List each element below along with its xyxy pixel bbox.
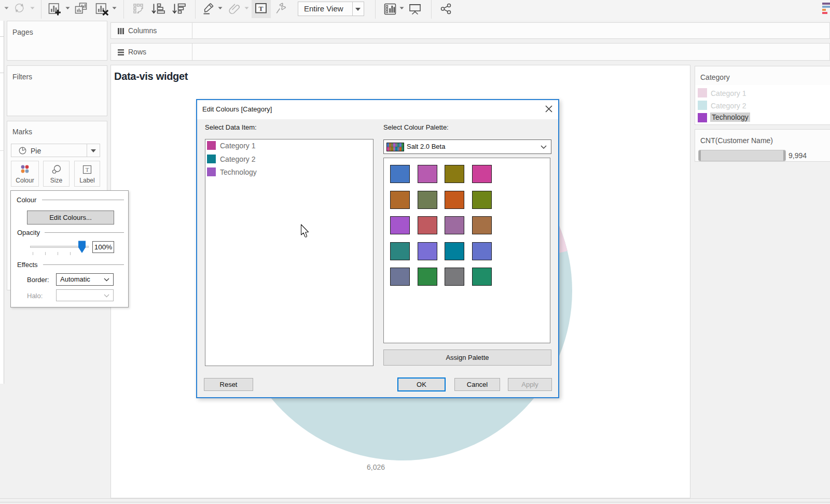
svg-text:T: T xyxy=(258,5,263,12)
svg-text:T: T xyxy=(86,166,89,173)
